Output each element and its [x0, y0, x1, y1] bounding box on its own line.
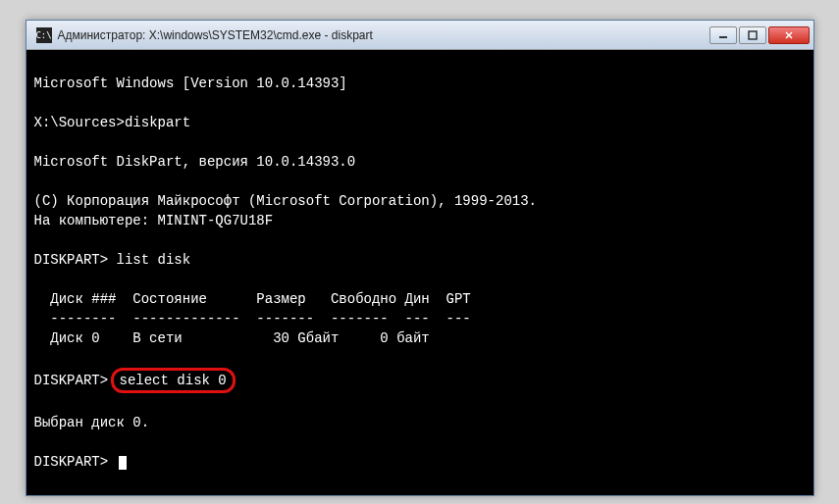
output-line: Microsoft Windows [Version 10.0.14393]: [34, 76, 347, 91]
table-divider: -------- ------------- ------- ------- -…: [34, 311, 471, 327]
output-line: На компьютере: MININT-QG7U18F: [34, 213, 274, 228]
prompt-line: X:\Sources>diskpart: [34, 115, 191, 130]
cmd-window: C:\ Администратор: X:\windows\SYSTEM32\c…: [26, 20, 814, 496]
window-title: Администратор: X:\windows\SYSTEM32\cmd.e…: [58, 28, 709, 42]
table-header: Диск ### Состояние Размер Свободно Дин G…: [34, 291, 471, 307]
command: diskpart: [125, 115, 190, 130]
prompt: X:\Sources>: [34, 115, 125, 130]
prompt-line: DISKPART>: [34, 454, 127, 470]
prompt-line: DISKPART> list disk: [34, 252, 191, 268]
prompt: DISKPART>: [34, 454, 117, 470]
highlighted-command: select disk 0: [111, 368, 236, 393]
output-line: Выбран диск 0.: [34, 415, 150, 430]
table-row: Диск 0 В сети 30 Gбайт 0 байт: [34, 330, 430, 346]
output-line: (C) Корпорация Майкрософт (Microsoft Cor…: [34, 193, 537, 209]
cmd-icon-text: C:\: [35, 30, 51, 40]
output-line: Microsoft DiskPart, версия 10.0.14393.0: [34, 154, 356, 170]
prompt-line: DISKPART> select disk 0: [34, 373, 236, 388]
close-button[interactable]: [768, 26, 810, 44]
svg-rect-1: [749, 31, 757, 39]
cmd-icon: C:\: [36, 27, 52, 43]
command: list disk: [117, 252, 191, 268]
prompt: DISKPART>: [34, 373, 117, 388]
titlebar[interactable]: C:\ Администратор: X:\windows\SYSTEM32\c…: [26, 21, 813, 50]
minimize-button[interactable]: [709, 26, 737, 44]
cursor: [119, 456, 127, 470]
terminal-content[interactable]: Microsoft Windows [Version 10.0.14393] X…: [26, 50, 813, 495]
prompt: DISKPART>: [34, 252, 117, 268]
maximize-button[interactable]: [739, 26, 766, 44]
window-controls: [709, 26, 810, 44]
